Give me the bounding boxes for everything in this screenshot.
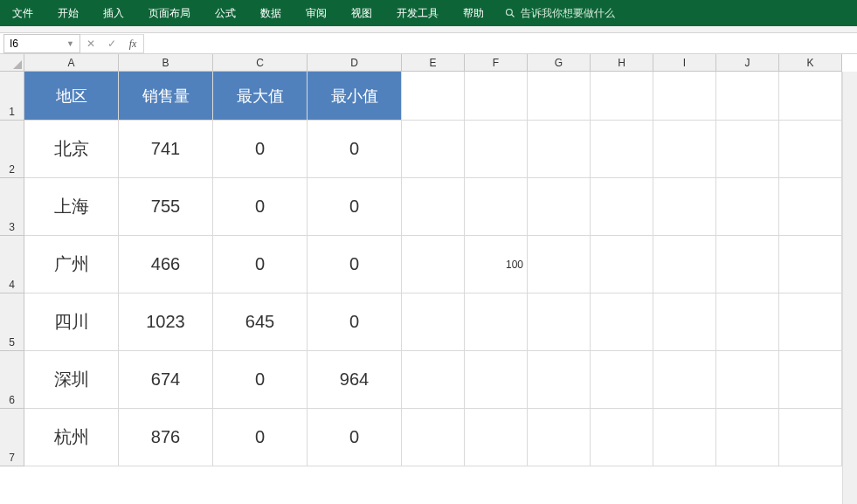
cell-J3[interactable] <box>716 178 779 236</box>
cell-G5[interactable] <box>528 293 591 351</box>
cell-D6[interactable]: 964 <box>308 351 402 409</box>
cell-H1[interactable] <box>591 72 653 121</box>
cell-B6[interactable]: 674 <box>119 351 213 409</box>
cell-F7[interactable] <box>465 409 528 466</box>
tell-me-search[interactable]: 告诉我你想要做什么 <box>496 6 624 21</box>
cell-D5[interactable]: 0 <box>308 293 402 351</box>
row-header-1[interactable]: 1 <box>0 72 24 121</box>
column-header-B[interactable]: B <box>119 54 213 72</box>
tab-home[interactable]: 开始 <box>45 0 91 26</box>
cells-area[interactable]: 地区销售量最大值最小值北京74100上海75500广州46600100四川102… <box>24 72 842 466</box>
column-header-H[interactable]: H <box>591 54 653 72</box>
column-header-K[interactable]: K <box>779 54 842 72</box>
cell-A2[interactable]: 北京 <box>24 121 119 178</box>
formula-bar-input[interactable] <box>144 33 857 52</box>
cell-E5[interactable] <box>402 293 465 351</box>
row-header-2[interactable]: 2 <box>0 121 24 178</box>
cell-B2[interactable]: 741 <box>119 121 213 178</box>
cell-D7[interactable]: 0 <box>308 409 402 466</box>
row-header-5[interactable]: 5 <box>0 293 24 351</box>
insert-function-button[interactable]: fx <box>122 35 143 52</box>
cell-I6[interactable] <box>653 351 716 409</box>
cell-E3[interactable] <box>402 178 465 236</box>
cell-I5[interactable] <box>653 293 716 351</box>
tab-file[interactable]: 文件 <box>0 0 45 26</box>
cell-F1[interactable] <box>465 72 528 121</box>
cell-E2[interactable] <box>402 121 465 178</box>
cell-J6[interactable] <box>716 351 779 409</box>
cell-K2[interactable] <box>779 121 842 178</box>
cell-C2[interactable]: 0 <box>213 121 308 178</box>
cell-J5[interactable] <box>716 293 779 351</box>
cell-D3[interactable]: 0 <box>308 178 402 236</box>
cell-H6[interactable] <box>591 351 653 409</box>
tab-view[interactable]: 视图 <box>339 0 384 26</box>
cell-C3[interactable]: 0 <box>213 178 308 236</box>
cell-I1[interactable] <box>653 72 716 121</box>
cell-J1[interactable] <box>716 72 779 121</box>
cell-A7[interactable]: 杭州 <box>24 409 119 466</box>
column-header-E[interactable]: E <box>402 54 465 72</box>
cell-K7[interactable] <box>779 409 842 466</box>
vertical-scrollbar[interactable] <box>842 72 857 504</box>
cell-J4[interactable] <box>716 236 779 293</box>
cell-H2[interactable] <box>591 121 653 178</box>
cell-B7[interactable]: 876 <box>119 409 213 466</box>
cell-B1[interactable]: 销售量 <box>119 72 213 121</box>
column-header-G[interactable]: G <box>528 54 591 72</box>
cell-D2[interactable]: 0 <box>308 121 402 178</box>
column-header-D[interactable]: D <box>308 54 402 72</box>
tab-developer[interactable]: 开发工具 <box>384 0 451 26</box>
cell-C5[interactable]: 645 <box>213 293 308 351</box>
cell-E1[interactable] <box>402 72 465 121</box>
cell-F2[interactable] <box>465 121 528 178</box>
select-all-corner[interactable] <box>0 54 24 72</box>
row-header-4[interactable]: 4 <box>0 236 24 293</box>
cell-G4[interactable] <box>528 236 591 293</box>
tab-data[interactable]: 数据 <box>248 0 294 26</box>
spreadsheet-grid[interactable]: ABCDEFGHIJK 1234567 地区销售量最大值最小值北京74100上海… <box>0 54 857 504</box>
row-header-6[interactable]: 6 <box>0 351 24 409</box>
cell-K4[interactable] <box>779 236 842 293</box>
formula-enter-button[interactable]: ✓ <box>101 35 122 52</box>
cell-H7[interactable] <box>591 409 653 466</box>
cell-K6[interactable] <box>779 351 842 409</box>
cell-H3[interactable] <box>591 178 653 236</box>
cell-C7[interactable]: 0 <box>213 409 308 466</box>
tab-help[interactable]: 帮助 <box>451 0 496 26</box>
cell-A5[interactable]: 四川 <box>24 293 119 351</box>
cell-C1[interactable]: 最大值 <box>213 72 308 121</box>
cell-E7[interactable] <box>402 409 465 466</box>
column-header-C[interactable]: C <box>213 54 308 72</box>
tab-page-layout[interactable]: 页面布局 <box>136 0 203 26</box>
row-header-3[interactable]: 3 <box>0 178 24 236</box>
column-header-F[interactable]: F <box>465 54 528 72</box>
cell-E4[interactable] <box>402 236 465 293</box>
cell-K1[interactable] <box>779 72 842 121</box>
cell-C4[interactable]: 0 <box>213 236 308 293</box>
cell-G6[interactable] <box>528 351 591 409</box>
cell-B5[interactable]: 1023 <box>119 293 213 351</box>
name-box[interactable]: I6 ▼ <box>3 34 80 53</box>
cell-B4[interactable]: 466 <box>119 236 213 293</box>
cell-I3[interactable] <box>653 178 716 236</box>
cell-F3[interactable] <box>465 178 528 236</box>
tab-review[interactable]: 审阅 <box>294 0 339 26</box>
cell-G7[interactable] <box>528 409 591 466</box>
column-header-A[interactable]: A <box>24 54 119 72</box>
cell-A6[interactable]: 深圳 <box>24 351 119 409</box>
cell-J7[interactable] <box>716 409 779 466</box>
formula-cancel-button[interactable]: ✕ <box>80 35 101 52</box>
cell-F5[interactable] <box>465 293 528 351</box>
cell-G1[interactable] <box>528 72 591 121</box>
cell-F6[interactable] <box>465 351 528 409</box>
cell-D4[interactable]: 0 <box>308 236 402 293</box>
row-header-7[interactable]: 7 <box>0 409 24 466</box>
cell-G2[interactable] <box>528 121 591 178</box>
cell-I7[interactable] <box>653 409 716 466</box>
cell-F4[interactable]: 100 <box>465 236 528 293</box>
cell-I4[interactable] <box>653 236 716 293</box>
cell-B3[interactable]: 755 <box>119 178 213 236</box>
cell-D1[interactable]: 最小值 <box>308 72 402 121</box>
cell-A4[interactable]: 广州 <box>24 236 119 293</box>
